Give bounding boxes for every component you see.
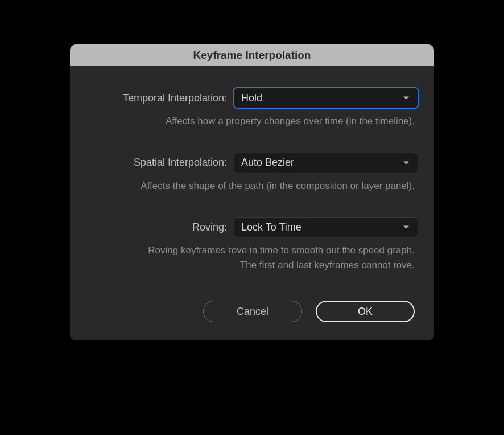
ok-button[interactable]: OK — [316, 301, 415, 322]
spatial-description: Affects the shape of the path (in the co… — [86, 179, 418, 194]
chevron-down-icon — [403, 224, 410, 231]
title-bar: Keyframe Interpolation — [70, 44, 434, 66]
roving-row: Roving: Lock To Time — [86, 217, 418, 237]
roving-label: Roving: — [86, 221, 234, 233]
chevron-down-icon — [403, 159, 410, 166]
roving-select[interactable]: Lock To Time — [234, 217, 418, 237]
cancel-button[interactable]: Cancel — [203, 301, 302, 322]
dialog-title: Keyframe Interpolation — [193, 49, 311, 61]
temporal-select[interactable]: Hold — [234, 88, 418, 108]
keyframe-interpolation-dialog: Keyframe Interpolation Temporal Interpol… — [70, 44, 434, 340]
temporal-value: Hold — [241, 92, 262, 104]
spatial-value: Auto Bezier — [241, 157, 294, 169]
roving-description: Roving keyframes rove in time to smooth … — [86, 243, 418, 272]
temporal-label: Temporal Interpolation: — [86, 92, 234, 104]
temporal-row: Temporal Interpolation: Hold — [86, 88, 418, 108]
roving-value: Lock To Time — [241, 221, 301, 233]
spatial-label: Spatial Interpolation: — [86, 157, 234, 169]
button-row: Cancel OK — [86, 301, 418, 326]
temporal-description: Affects how a property changes over time… — [86, 114, 418, 129]
spatial-row: Spatial Interpolation: Auto Bezier — [86, 153, 418, 173]
chevron-down-icon — [403, 95, 410, 101]
spatial-select[interactable]: Auto Bezier — [234, 153, 418, 173]
dialog-content: Temporal Interpolation: Hold Affects how… — [70, 66, 434, 340]
